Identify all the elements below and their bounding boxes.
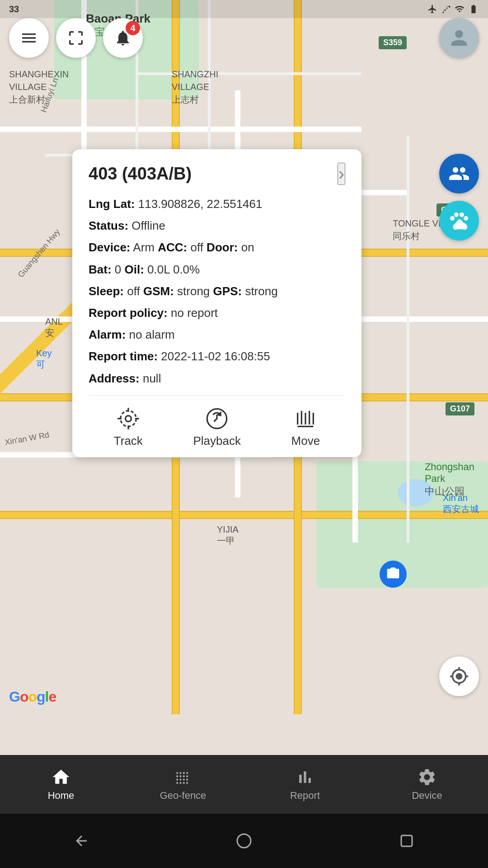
avatar-button[interactable] bbox=[439, 18, 479, 58]
people-button[interactable] bbox=[439, 154, 479, 193]
oil-value: 0.0L 0.0% bbox=[147, 263, 200, 276]
alarm-row: Alarm: no alarm bbox=[89, 325, 345, 344]
android-home-icon bbox=[236, 833, 252, 849]
device-nav-label: Device bbox=[412, 790, 442, 802]
track-button[interactable]: Track bbox=[114, 407, 143, 448]
report-policy-row: Report policy: no report bbox=[89, 303, 345, 323]
move-button[interactable]: Move bbox=[291, 407, 320, 448]
report-icon bbox=[295, 767, 315, 787]
status-label: Status: bbox=[89, 219, 128, 232]
nav-item-device[interactable]: Device bbox=[366, 763, 488, 806]
android-home-button[interactable] bbox=[236, 833, 252, 849]
acc-label: ACC: bbox=[158, 241, 187, 254]
gsm-value: strong bbox=[177, 284, 210, 298]
top-left-buttons: 4 bbox=[9, 18, 143, 58]
geofence-nav-label: Geo-fence bbox=[160, 790, 206, 802]
airplane-icon bbox=[427, 4, 437, 14]
door-value: on bbox=[241, 241, 254, 254]
signal-icon bbox=[455, 4, 465, 14]
bat-label: Bat: bbox=[89, 263, 112, 276]
track-label: Track bbox=[114, 434, 143, 448]
lng-lat-row: Lng Lat: 113.908826, 22.551461 bbox=[89, 194, 345, 214]
village1-label: SHANGHEXINVILLAGE上合新村 bbox=[9, 68, 69, 106]
svg-point-6 bbox=[450, 216, 455, 221]
xinan-rd-label: Xin'an W Rd bbox=[4, 430, 50, 448]
home-icon bbox=[51, 767, 71, 787]
device-row: Device: Arm ACC: off Door: on bbox=[89, 237, 345, 257]
popup-actions: Track Playback Move bbox=[89, 403, 345, 448]
status-icons bbox=[427, 4, 479, 14]
alarm-value: no alarm bbox=[129, 328, 175, 341]
lng-lat-label: Lng Lat: bbox=[89, 197, 135, 211]
popup-title: 403 (403A/B) bbox=[89, 164, 192, 184]
gps-value: strong bbox=[245, 284, 277, 298]
device-value: Arm bbox=[133, 241, 155, 254]
camera-marker bbox=[380, 561, 407, 588]
road-tag-g107: G107 bbox=[446, 402, 474, 415]
report-time-value: 2022-11-02 16:08:55 bbox=[161, 349, 270, 363]
location-button[interactable] bbox=[439, 656, 479, 696]
svg-point-10 bbox=[125, 415, 131, 421]
village2-label: SHANGZHIVILLAGE上志村 bbox=[172, 68, 218, 106]
avatar-icon bbox=[447, 26, 471, 50]
bottom-nav: Home Geo-fence Report Device bbox=[0, 755, 488, 814]
back-icon bbox=[73, 833, 89, 849]
svg-point-8 bbox=[460, 212, 464, 217]
status-bar: 33 bbox=[0, 0, 488, 18]
home-nav-label: Home bbox=[48, 790, 75, 802]
report-policy-label: Report policy: bbox=[89, 306, 168, 320]
nav-item-geofence[interactable]: Geo-fence bbox=[122, 763, 244, 806]
door-label: Door: bbox=[206, 241, 238, 254]
device-info-popup: 403 (403A/B) › Lng Lat: 113.908826, 22.5… bbox=[72, 149, 361, 457]
road-thin-v3 bbox=[407, 136, 409, 542]
xinan-label: Xin'an西安古城 bbox=[443, 493, 479, 515]
gsm-label: GSM: bbox=[143, 284, 174, 298]
svg-point-9 bbox=[464, 216, 468, 221]
nav-item-report[interactable]: Report bbox=[244, 763, 366, 806]
report-nav-label: Report bbox=[290, 790, 320, 802]
android-nav-bar bbox=[0, 814, 488, 868]
address-label: Address: bbox=[89, 372, 140, 385]
battery-icon bbox=[468, 4, 479, 14]
address-row: Address: null bbox=[89, 368, 345, 388]
geofence-icon bbox=[173, 767, 193, 787]
key-label: Key可 bbox=[36, 348, 52, 371]
frame-icon bbox=[67, 29, 85, 47]
status-row: Status: Offline bbox=[89, 216, 345, 236]
address-value: null bbox=[143, 372, 161, 385]
bat-row: Bat: 0 Oil: 0.0L 0.0% bbox=[89, 259, 345, 279]
yijia-label: YIJIA一甲 bbox=[217, 524, 239, 547]
alarm-label: Alarm: bbox=[89, 328, 126, 341]
notification-button[interactable]: 4 bbox=[103, 18, 143, 58]
people-icon bbox=[448, 163, 470, 184]
android-recent-button[interactable] bbox=[399, 833, 415, 849]
gps-label: GPS: bbox=[213, 284, 242, 298]
report-time-label: Report time: bbox=[89, 349, 158, 363]
bat-value: 0 bbox=[115, 263, 121, 276]
status-value: Offline bbox=[131, 219, 165, 232]
menu-button[interactable] bbox=[9, 18, 49, 58]
sleep-label: Sleep: bbox=[89, 284, 124, 298]
pet-button[interactable] bbox=[439, 201, 479, 241]
sleep-row: Sleep: off GSM: strong GPS: strong bbox=[89, 281, 345, 301]
location-icon bbox=[449, 666, 469, 686]
android-back-button[interactable] bbox=[73, 833, 89, 849]
frame-button[interactable] bbox=[56, 18, 96, 58]
playback-icon bbox=[205, 407, 229, 430]
nav-item-home[interactable]: Home bbox=[0, 763, 122, 806]
lng-lat-value: 113.908826, 22.551461 bbox=[138, 197, 263, 211]
popup-arrow-button[interactable]: › bbox=[338, 163, 345, 185]
anl-label: ANL安 bbox=[45, 316, 63, 339]
recent-icon bbox=[399, 833, 415, 849]
menu-icon bbox=[20, 29, 38, 47]
acc-value: off bbox=[190, 241, 203, 254]
oil-label: Oil: bbox=[125, 263, 144, 276]
track-icon bbox=[117, 407, 140, 430]
status-time: 33 bbox=[9, 4, 19, 14]
notification-badge: 4 bbox=[126, 21, 140, 35]
move-icon bbox=[294, 407, 317, 430]
settings-icon bbox=[417, 767, 437, 787]
svg-point-11 bbox=[120, 410, 136, 426]
report-policy-value: no report bbox=[171, 306, 218, 320]
playback-button[interactable]: Playback bbox=[193, 407, 241, 448]
